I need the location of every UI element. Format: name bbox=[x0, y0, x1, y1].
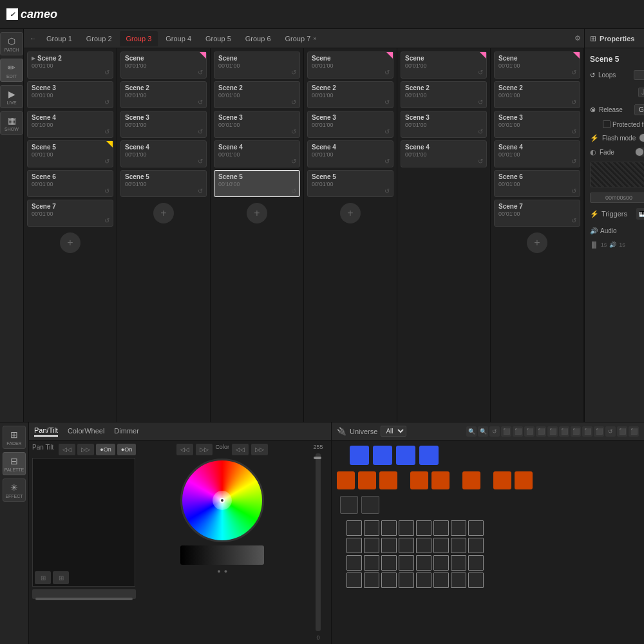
scene-card[interactable]: Scene 6 00'01'00 ↺ bbox=[27, 170, 113, 197]
grid-cell[interactable] bbox=[399, 520, 414, 536]
color-btn-1[interactable]: ◁◁ bbox=[176, 444, 193, 455]
fixture-pad-orange-3[interactable] bbox=[379, 471, 397, 489]
scene-card[interactable]: Scene 5 00'01'00 ↺ bbox=[27, 140, 113, 167]
scene-card[interactable]: Scene 3 00'01'00 ↺ bbox=[120, 111, 207, 138]
grid-cell[interactable] bbox=[416, 538, 431, 553]
dimmer-track[interactable] bbox=[316, 453, 321, 631]
scene-card[interactable]: Scene 3 00'01'00 ↺ bbox=[401, 111, 487, 138]
loops-input[interactable] bbox=[634, 70, 644, 80]
grid-cell[interactable] bbox=[468, 573, 484, 588]
grid-cell[interactable] bbox=[381, 555, 397, 571]
uni-tool-zoom-out[interactable]: 🔍 bbox=[478, 426, 488, 437]
add-scene-button[interactable]: + bbox=[340, 203, 361, 223]
uni-tool-12[interactable]: ⬛ bbox=[629, 426, 639, 437]
grid-cell[interactable] bbox=[451, 555, 466, 571]
scene-card[interactable]: Scene 2 00'01'00 ↺ bbox=[401, 81, 487, 108]
color-btn-4[interactable]: ▷▷ bbox=[251, 444, 268, 455]
scene-card[interactable]: Scene 7 00'01'00 ↺ bbox=[27, 200, 113, 227]
scene-card[interactable]: Scene 5 00'01'00 ↺ bbox=[120, 170, 207, 197]
fixture-pad-dark-1[interactable] bbox=[340, 496, 358, 514]
tab-group1[interactable]: Group 1 bbox=[40, 31, 79, 46]
tab-colorwheel[interactable]: ColorWheel bbox=[68, 427, 104, 436]
tab-options-icon[interactable]: ⚙ bbox=[574, 34, 581, 43]
scene-card[interactable]: Scene 4 00'01'00 ↺ bbox=[494, 140, 580, 167]
scene-card[interactable]: Scene 4 00'01'00 ↺ bbox=[307, 140, 393, 167]
flash-mode-toggle[interactable] bbox=[639, 133, 644, 142]
scene-card[interactable]: Scene 4 00'10'00 ↺ bbox=[27, 111, 113, 138]
grid-cell[interactable] bbox=[416, 555, 431, 571]
add-scene-button[interactable]: + bbox=[60, 232, 80, 253]
grid-cell[interactable] bbox=[433, 520, 449, 536]
tab-group4[interactable]: Group 4 bbox=[159, 31, 198, 46]
tab-dimmer[interactable]: Dimmer bbox=[114, 427, 139, 436]
scene-card[interactable]: Scene 3 00'01'00 ↺ bbox=[307, 111, 393, 138]
grid-cell[interactable] bbox=[346, 538, 362, 553]
sidebar-btn-patch[interactable]: ⬡ PATCH bbox=[0, 32, 23, 55]
uni-tool-8[interactable]: ⬛ bbox=[582, 426, 592, 437]
grid-cell[interactable] bbox=[468, 520, 484, 536]
uni-tool-1[interactable]: ⬛ bbox=[501, 426, 511, 437]
effect-btn[interactable]: ✳ EFFECT bbox=[3, 478, 26, 502]
tab-group7[interactable]: Group 7 × bbox=[279, 31, 323, 46]
uni-tool-zoom-in[interactable]: 🔍 bbox=[466, 426, 477, 437]
pan-grid-btn-1[interactable]: ⊞ bbox=[35, 571, 51, 584]
sidebar-btn-live[interactable]: ▶ LIVE bbox=[0, 85, 23, 108]
uni-tool-11[interactable]: ⬛ bbox=[617, 426, 627, 437]
pan-btn-2[interactable]: ▷▷ bbox=[77, 444, 94, 455]
add-scene-button[interactable]: + bbox=[247, 203, 267, 223]
scene-card[interactable]: Scene 00'01'00 ↺ bbox=[401, 52, 487, 79]
fixture-pad-blue-2[interactable] bbox=[373, 446, 392, 465]
fade-toggle[interactable] bbox=[635, 147, 644, 156]
scene-card[interactable]: Scene 6 00'01'00 ↺ bbox=[494, 170, 580, 197]
fixture-pad-blue-4[interactable] bbox=[419, 446, 439, 465]
grid-cell[interactable] bbox=[381, 573, 397, 588]
pan-on-btn[interactable]: ●On bbox=[96, 444, 115, 455]
scene-card[interactable]: Scene 7 00'01'00 ↺ bbox=[494, 200, 580, 227]
grid-cell[interactable] bbox=[346, 520, 362, 536]
grid-cell[interactable] bbox=[364, 538, 379, 553]
grid-cell[interactable] bbox=[399, 555, 414, 571]
uni-tool-reset[interactable]: ↺ bbox=[489, 426, 500, 437]
fixture-pad-orange-8[interactable] bbox=[515, 471, 533, 489]
fader-btn[interactable]: ⊞ FADER bbox=[3, 426, 26, 449]
scene-card[interactable]: Scene 3 00'01'00 ↺ bbox=[494, 111, 580, 138]
color-btn-2[interactable]: ▷▷ bbox=[196, 444, 213, 455]
scene-card[interactable]: Scene 4 00'01'00 ↺ bbox=[120, 140, 207, 167]
trigger-btn-1[interactable]: 🎹 bbox=[636, 208, 644, 220]
scene-card[interactable]: ▶Scene 2 00'01'00 ↺ bbox=[27, 52, 113, 79]
scene-card[interactable]: Scene 4 00'01'00 ↺ bbox=[401, 140, 487, 167]
pan-btn-1[interactable]: ◁◁ bbox=[59, 444, 75, 455]
scene-card[interactable]: Scene 00'01'00 ↺ bbox=[120, 52, 207, 79]
color-btn-3[interactable]: ◁◁ bbox=[232, 444, 249, 455]
scene-card-active[interactable]: Scene 5 00'10'00 ↺ bbox=[214, 170, 300, 197]
fixture-pad-orange-5[interactable] bbox=[431, 471, 450, 489]
grid-cell[interactable] bbox=[381, 538, 397, 553]
palette-btn[interactable]: ⊟ PALETTE bbox=[3, 452, 26, 475]
grid-cell[interactable] bbox=[346, 555, 362, 571]
uni-tool-3[interactable]: ⬛ bbox=[524, 426, 535, 437]
fade-time-1[interactable]: 00m00s00 bbox=[590, 193, 644, 203]
grid-cell[interactable] bbox=[433, 573, 449, 588]
grid-cell[interactable] bbox=[399, 573, 414, 588]
grid-cell[interactable] bbox=[433, 538, 449, 553]
uni-tool-9[interactable]: ⬛ bbox=[594, 426, 604, 437]
pan-slider[interactable] bbox=[32, 589, 136, 599]
scene-card[interactable]: Scene 4 00'01'00 ↺ bbox=[214, 140, 300, 167]
grid-cell[interactable] bbox=[416, 573, 431, 588]
uni-tool-4[interactable]: ⬛ bbox=[536, 426, 546, 437]
scene-card[interactable]: Scene 5 00'01'00 ↺ bbox=[307, 170, 393, 197]
grid-cell[interactable] bbox=[416, 520, 431, 536]
grid-cell[interactable] bbox=[451, 538, 466, 553]
fixture-pad-orange-7[interactable] bbox=[493, 471, 511, 489]
uni-tool-7[interactable]: ⬛ bbox=[571, 426, 581, 437]
release-select[interactable]: Group bbox=[634, 104, 644, 115]
grid-cell[interactable] bbox=[364, 520, 379, 536]
scene-card[interactable]: Scene 00'01'00 ↺ bbox=[307, 52, 393, 79]
fixture-pad-orange-2[interactable] bbox=[358, 471, 376, 489]
scene-card[interactable]: Scene 2 00'01'00 ↺ bbox=[494, 81, 580, 108]
scene-card[interactable]: Scene 00'01'00 ↺ bbox=[214, 52, 300, 79]
uni-tool-2[interactable]: ⬛ bbox=[513, 426, 523, 437]
grid-cell[interactable] bbox=[451, 520, 466, 536]
uni-tool-6[interactable]: ⬛ bbox=[559, 426, 569, 437]
uni-tool-5[interactable]: ⬛ bbox=[547, 426, 558, 437]
